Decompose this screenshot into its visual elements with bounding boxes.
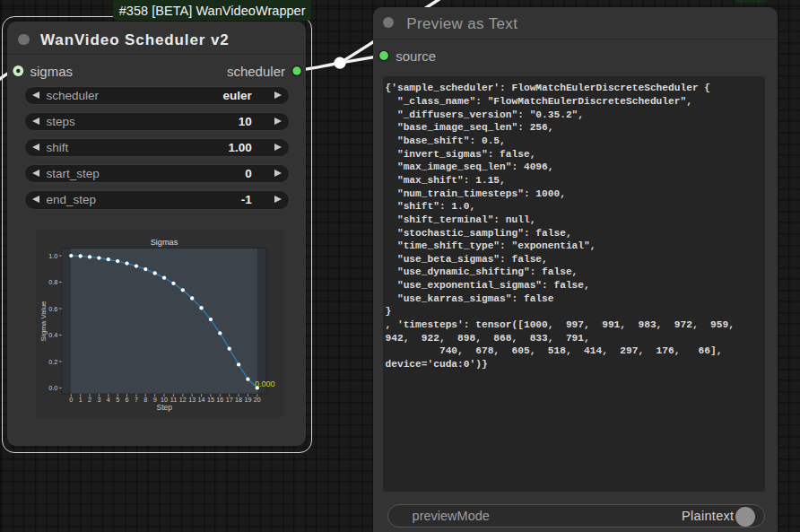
svg-text:Sigma Value: Sigma Value [39,301,48,341]
svg-text:0.6: 0.6 [48,305,57,313]
svg-text:0: 0 [69,396,73,404]
svg-text:1: 1 [78,396,82,404]
svg-text:12: 12 [178,396,186,404]
svg-text:19: 19 [244,396,251,404]
svg-text:4: 4 [106,396,109,404]
svg-text:13: 13 [188,396,196,404]
svg-text:3: 3 [97,396,100,404]
svg-text:15: 15 [207,396,214,404]
svg-text:14: 14 [197,396,204,404]
svg-text:1.0: 1.0 [48,252,57,260]
svg-text:0.4: 0.4 [48,331,57,339]
svg-text:8: 8 [143,396,147,404]
svg-text:18: 18 [235,396,242,404]
svg-text:16: 16 [216,396,223,404]
svg-text:17: 17 [225,396,232,404]
svg-text:5: 5 [116,396,119,404]
svg-text:0.000: 0.000 [255,379,275,388]
svg-text:2: 2 [88,396,91,404]
svg-text:20: 20 [253,396,260,404]
svg-text:0.2: 0.2 [48,358,57,366]
svg-text:6: 6 [125,396,128,404]
svg-text:7: 7 [135,396,138,404]
svg-text:Step: Step [156,403,172,412]
svg-text:0.8: 0.8 [48,278,57,286]
svg-text:Sigmas: Sigmas [150,238,178,247]
svg-text:0.0: 0.0 [48,384,57,392]
